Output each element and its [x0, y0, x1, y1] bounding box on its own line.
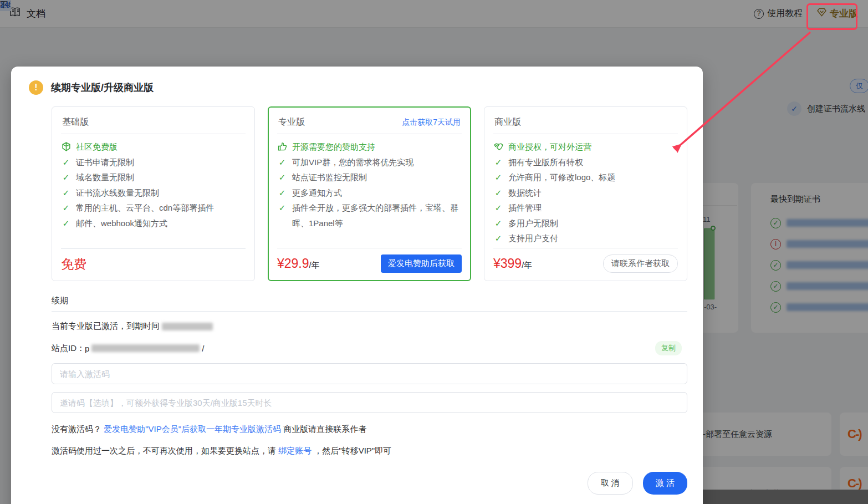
handshake-icon	[493, 139, 503, 155]
cancel-button[interactable]: 取 消	[588, 472, 633, 495]
plan-feature: ✓证书流水线数量无限制	[61, 185, 246, 201]
activation-status-line: 当前专业版已激活，到期时间	[52, 321, 687, 332]
plan-card-business: 商业版 商业授权，可对外运营 ✓拥有专业版所有特权 ✓允许商用，可修改logo、…	[484, 106, 687, 281]
activation-code-input[interactable]	[52, 363, 687, 384]
plan-name: 专业版	[278, 116, 305, 128]
plan-price-per: /年	[309, 260, 320, 269]
renew-section-title: 续期	[52, 296, 687, 312]
plan-feature: ✓插件全开放，更多强大的部署插件，宝塔、群晖、1Panel等	[277, 200, 462, 231]
plan-feature: ✓域名数量无限制	[61, 170, 246, 185]
activate-button[interactable]: 激 活	[643, 472, 687, 495]
plan-feature: ✓数据统计	[493, 185, 678, 201]
plan-feature: ✓允许商用，可修改logo、标题	[493, 170, 678, 185]
plan-price: ¥399	[493, 256, 522, 271]
plan-name: 基础版	[62, 116, 89, 128]
modal-title: 续期专业版/升级商业版	[51, 81, 154, 94]
plan-card-basic: 基础版 社区免费版 ✓证书申请无限制 ✓域名数量无限制 ✓证书流水线数量无限制 …	[52, 106, 255, 281]
plan-headline: 开源需要您的赞助支持	[277, 139, 462, 155]
plan-price: ¥29.9	[277, 256, 309, 271]
upgrade-modal: ! 续期专业版/升级商业版 基础版 社区免费版 ✓证书申请无限制 ✓域名数量无限…	[11, 67, 703, 504]
plan-name: 商业版	[494, 116, 521, 128]
contact-author-button[interactable]: 请联系作者获取	[603, 254, 678, 273]
plan-feature: ✓多用户无限制	[493, 216, 678, 231]
plan-headline: 商业授权，可对外运营	[493, 139, 678, 155]
code-usage-note-line: 激活码使用过一次之后，不可再次使用，如果要更换站点，请 绑定账号 ，然后"转移V…	[52, 446, 687, 456]
sponsor-vip-link[interactable]: 爱发电赞助"VIP会员"后获取一年期专业版激活码	[104, 424, 281, 434]
sponsor-get-button[interactable]: 爱发电赞助后获取	[381, 254, 462, 273]
plan-price-per: /年	[522, 260, 532, 269]
plan-feature: ✓插件管理	[493, 200, 678, 216]
plan-feature: ✓证书申请无限制	[61, 155, 246, 170]
blurred-expiry-date	[162, 323, 213, 330]
no-code-help-line: 没有激活码？ 爱发电赞助"VIP会员"后获取一年期专业版激活码 商业版请直接联系…	[52, 424, 687, 435]
invite-code-input[interactable]	[52, 392, 687, 413]
trial-link[interactable]: 点击获取7天试用	[402, 118, 461, 128]
warning-icon: !	[29, 80, 43, 95]
bind-account-link[interactable]: 绑定账号	[278, 446, 312, 455]
plan-price: 免费	[61, 256, 86, 273]
plan-feature: ✓常用的主机、云平台、cdn等部署插件	[61, 200, 246, 216]
plan-card-pro: 专业版 点击获取7天试用 开源需要您的赞助支持 ✓可加VIP群，您的需求将优先实…	[268, 106, 471, 281]
plan-headline: 社区免费版	[61, 139, 246, 155]
blurred-site-id	[91, 344, 200, 352]
copy-button[interactable]: 复制	[655, 341, 682, 355]
plan-feature: ✓站点证书监控无限制	[277, 170, 462, 185]
box-icon	[61, 139, 71, 155]
site-id-line: 站点ID： p / 复制	[52, 341, 687, 355]
plan-feature: ✓支持用户支付	[493, 231, 678, 246]
plan-feature: ✓可加VIP群，您的需求将优先实现	[277, 155, 462, 170]
plan-feature: ✓更多通知方式	[277, 185, 462, 201]
renew-section: 续期 当前专业版已激活，到期时间 站点ID： p / 复制 没有激活码？ 爱发电…	[52, 296, 687, 456]
thumbs-up-icon	[277, 139, 287, 155]
plan-feature: ✓邮件、webhook通知方式	[61, 216, 246, 231]
plan-cards-row: 基础版 社区免费版 ✓证书申请无限制 ✓域名数量无限制 ✓证书流水线数量无限制 …	[52, 106, 687, 281]
plan-feature: ✓拥有专业版所有特权	[493, 155, 678, 170]
